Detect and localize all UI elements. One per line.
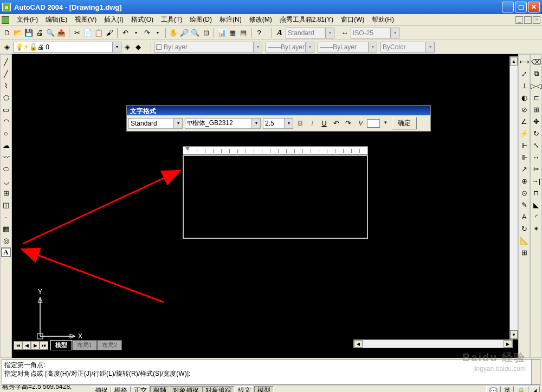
array-icon[interactable]: ⊞ bbox=[531, 104, 541, 114]
new-icon[interactable]: 🗋 bbox=[2, 28, 12, 38]
print-icon[interactable]: 🖨 bbox=[35, 28, 44, 38]
chamfer-icon[interactable]: ◣ bbox=[531, 200, 541, 210]
tab-prev-icon[interactable]: ◀ bbox=[22, 341, 31, 350]
redo-text-icon[interactable]: ↷ bbox=[343, 119, 353, 128]
scroll-up-icon[interactable]: ▲ bbox=[510, 57, 518, 66]
scroll-down-icon[interactable]: ▼ bbox=[510, 330, 518, 339]
extra-dim-icon[interactable]: ⊞ bbox=[519, 247, 529, 257]
close-button[interactable]: ✕ bbox=[528, 2, 540, 12]
dim-quick-icon[interactable]: ⚡ bbox=[519, 128, 529, 138]
drawing-canvas[interactable]: 文字格式 Standard▾ Ͳ 楷体_GB2312▾ 2.5▾ B I U ↶… bbox=[12, 54, 518, 358]
insert-icon[interactable]: ⊞ bbox=[1, 188, 11, 198]
dim-edit-icon[interactable]: ✎ bbox=[519, 200, 529, 210]
menu-tools[interactable]: 工具(T) bbox=[159, 14, 184, 25]
text-color-swatch[interactable] bbox=[367, 119, 380, 128]
scroll-left-icon[interactable]: ◀ bbox=[354, 340, 363, 348]
tab-next-icon[interactable]: ▶ bbox=[31, 341, 40, 350]
bold-icon[interactable]: B bbox=[295, 119, 305, 128]
undo-dropdown-icon[interactable]: ▾ bbox=[131, 28, 141, 38]
scroll-right-icon[interactable]: ▶ bbox=[504, 340, 512, 348]
tab-last-icon[interactable]: ⏭ bbox=[40, 341, 48, 350]
mtext-icon[interactable]: A bbox=[1, 247, 11, 257]
block-icon[interactable]: ◫ bbox=[1, 200, 11, 210]
menu-draw[interactable]: 绘图(D) bbox=[188, 14, 214, 25]
undo-text-icon[interactable]: ↶ bbox=[331, 119, 341, 128]
linetype-combo[interactable]: —— ByLayer▾ bbox=[266, 42, 314, 53]
menu-window[interactable]: 窗口(W) bbox=[339, 14, 366, 25]
layer-combo[interactable]: 💡☀🔓🖨 0 ▾ bbox=[13, 42, 121, 53]
erase-icon[interactable]: ⌫ bbox=[531, 57, 541, 67]
polygon-icon[interactable]: ⬠ bbox=[1, 93, 11, 102]
redo-icon[interactable]: ↷ bbox=[142, 28, 152, 38]
paste-icon[interactable]: 📋 bbox=[94, 28, 104, 38]
minimize-button[interactable]: _ bbox=[502, 2, 514, 12]
pan-icon[interactable]: ✋ bbox=[169, 28, 178, 38]
dim-angular-icon[interactable]: ∠ bbox=[519, 116, 529, 126]
dim-tedit-icon[interactable]: A bbox=[519, 212, 529, 221]
pline-icon[interactable]: ⌇ bbox=[1, 81, 11, 90]
status-otrack[interactable]: 对象追踪 bbox=[202, 386, 235, 393]
tray-comm-icon[interactable]: 💬 bbox=[486, 386, 501, 393]
explode-icon[interactable]: ✴ bbox=[531, 224, 541, 233]
mdi-icon[interactable] bbox=[2, 16, 9, 24]
tray-ime-icon[interactable]: 英 bbox=[501, 386, 514, 393]
status-lwt[interactable]: 线宽 bbox=[235, 386, 254, 393]
text-ruler[interactable] bbox=[183, 146, 368, 155]
status-polar[interactable]: 极轴 bbox=[150, 386, 170, 393]
fillet-icon[interactable]: ◜ bbox=[531, 212, 541, 221]
menu-file[interactable]: 文件(F) bbox=[15, 14, 40, 25]
mdi-restore[interactable]: ▫ bbox=[524, 16, 532, 24]
status-snap[interactable]: 捕捉 bbox=[92, 386, 111, 393]
menu-yanxiu[interactable]: 燕秀工具箱2.81(Y) bbox=[278, 14, 335, 25]
dimstyle-icon2[interactable]: 📐 bbox=[519, 236, 529, 245]
offset-icon[interactable]: ⊏ bbox=[531, 93, 541, 102]
tab-layout2[interactable]: 布局2 bbox=[97, 340, 122, 350]
maximize-button[interactable]: ▢ bbox=[515, 2, 527, 12]
designcenter-icon[interactable]: ▦ bbox=[228, 28, 237, 38]
underline-icon[interactable]: U bbox=[319, 119, 329, 128]
command-line[interactable]: 指定第一角点: 指定对角点或 [高度(H)/对正(J)/行距(L)/旋转(R)/… bbox=[2, 359, 540, 385]
layer-manager-icon[interactable]: ◈ bbox=[2, 42, 12, 52]
italic-icon[interactable]: I bbox=[307, 119, 317, 128]
dim-aligned-icon[interactable]: ⤢ bbox=[519, 69, 529, 79]
dim-update-icon[interactable]: ↻ bbox=[519, 224, 529, 233]
dim-style-combo[interactable]: ISO-25▾ bbox=[351, 28, 399, 38]
save-icon[interactable]: 💾 bbox=[24, 28, 34, 38]
mirror-icon[interactable]: ▷◁ bbox=[531, 81, 541, 90]
vertical-scrollbar[interactable]: ▲▼ bbox=[509, 56, 518, 339]
break-icon[interactable]: ⊓ bbox=[531, 188, 541, 198]
tolerance-icon[interactable]: ⊕ bbox=[519, 176, 529, 186]
textstyle-icon[interactable]: A bbox=[275, 28, 285, 38]
tab-first-icon[interactable]: ⏮ bbox=[14, 341, 22, 350]
menu-dimension[interactable]: 标注(N) bbox=[217, 14, 244, 25]
redo-dropdown-icon[interactable]: ▾ bbox=[153, 28, 163, 38]
spline-icon[interactable]: 〰 bbox=[1, 152, 11, 162]
dimstyle-icon[interactable]: ↔ bbox=[340, 28, 350, 38]
qleader-icon[interactable]: ↗ bbox=[519, 164, 529, 174]
ok-button[interactable]: 确定 bbox=[392, 117, 417, 129]
tab-layout1[interactable]: 布局1 bbox=[72, 340, 97, 350]
menu-view[interactable]: 视图(V) bbox=[73, 14, 99, 25]
status-osnap[interactable]: 对象捕捉 bbox=[170, 386, 202, 393]
extend-icon[interactable]: →| bbox=[531, 176, 541, 186]
properties-icon[interactable]: 📊 bbox=[217, 28, 227, 38]
point-icon[interactable]: · bbox=[1, 212, 11, 221]
move-icon[interactable]: ✥ bbox=[531, 116, 541, 126]
line-icon[interactable]: ╱ bbox=[1, 57, 11, 67]
copy-icon[interactable]: 📄 bbox=[83, 28, 93, 38]
text-font-select[interactable]: Ͳ 楷体_GB2312▾ bbox=[185, 118, 261, 129]
layer-prev-icon[interactable]: ◈ bbox=[122, 42, 132, 52]
open-icon[interactable]: 📂 bbox=[13, 28, 23, 38]
preview-icon[interactable]: 🔍 bbox=[46, 28, 55, 38]
dim-linear-icon[interactable]: ⟷ bbox=[519, 57, 529, 67]
cut-icon[interactable]: ✂ bbox=[72, 28, 82, 38]
mtext-input-area[interactable] bbox=[183, 155, 368, 239]
menu-modify[interactable]: 修改(M) bbox=[247, 14, 274, 25]
center-mark-icon[interactable]: ⊙ bbox=[519, 188, 529, 198]
menu-edit[interactable]: 编辑(E) bbox=[43, 14, 69, 25]
xline-icon[interactable]: ╱ bbox=[1, 69, 11, 79]
circle-icon[interactable]: ○ bbox=[1, 128, 11, 138]
color-combo[interactable]: ByLayer▾ bbox=[154, 42, 262, 53]
menu-insert[interactable]: 插入(I) bbox=[102, 14, 125, 25]
rotate-icon[interactable]: ↻ bbox=[531, 128, 541, 138]
